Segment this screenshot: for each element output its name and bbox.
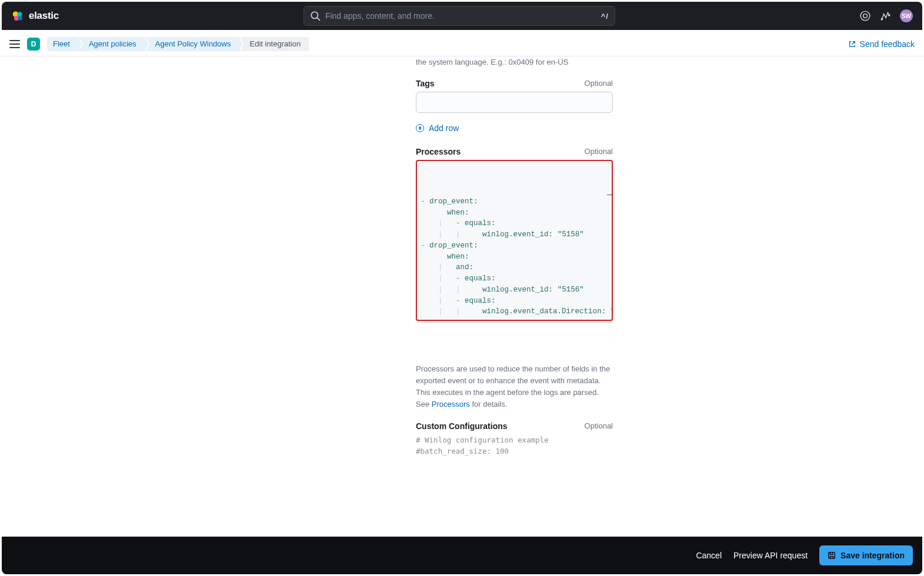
send-feedback-link[interactable]: Send feedback — [848, 39, 915, 49]
breadcrumbs: Fleet Agent policies Agent Policy Window… — [47, 37, 309, 51]
help-icon[interactable] — [860, 11, 870, 21]
tags-field-header: Tags Optional — [416, 79, 613, 88]
processors-optional: Optional — [585, 147, 613, 156]
top-right-actions: SW — [860, 9, 913, 22]
custom-config-label: Custom Configurations — [416, 421, 508, 431]
scroll-indicator: — — [607, 193, 612, 197]
plus-circle-icon — [416, 124, 424, 132]
user-avatar[interactable]: SW — [900, 9, 913, 22]
custom-config-header: Custom Configurations Optional — [416, 421, 613, 431]
tags-optional: Optional — [585, 79, 613, 88]
search-icon — [310, 11, 321, 21]
newsfeed-icon[interactable] — [880, 11, 890, 21]
global-search[interactable]: Find apps, content, and more. ^/ — [303, 6, 615, 26]
bottom-action-bar: Cancel Preview API request Save integrat… — [2, 537, 922, 574]
breadcrumb-fleet[interactable]: Fleet — [47, 37, 78, 51]
breadcrumb-agent-policy-windows[interactable]: Agent Policy Windows — [145, 37, 239, 51]
search-placeholder: Find apps, content, and more. — [325, 11, 596, 21]
tags-input[interactable] — [416, 92, 613, 113]
svg-point-6 — [860, 11, 870, 21]
global-search-wrap: Find apps, content, and more. ^/ — [68, 6, 850, 26]
add-row-button[interactable]: Add row — [416, 123, 459, 133]
save-icon — [828, 551, 836, 560]
save-integration-button[interactable]: Save integration — [819, 545, 913, 565]
custom-config-optional: Optional — [585, 421, 613, 430]
breadcrumb-edit-integration: Edit integration — [239, 37, 309, 51]
brand-logo[interactable]: elastic — [11, 9, 59, 22]
processors-label: Processors — [416, 147, 461, 156]
elastic-logo-icon — [11, 9, 24, 22]
svg-point-1 — [17, 12, 22, 16]
svg-point-8 — [881, 19, 882, 20]
custom-config-editor[interactable]: # Winlog configuration example #batch_re… — [416, 434, 613, 534]
cancel-button[interactable]: Cancel — [696, 551, 722, 560]
svg-point-4 — [311, 12, 318, 18]
sub-header: D Fleet Agent policies Agent Policy Wind… — [0, 32, 924, 56]
processors-help-text: Processors are used to reduce the number… — [416, 363, 613, 411]
nav-toggle-icon[interactable] — [9, 40, 20, 48]
processors-field-header: Processors Optional — [416, 147, 613, 156]
tags-label: Tags — [416, 79, 435, 88]
main-content: the system language. E.g.: 0x0409 for en… — [0, 56, 924, 576]
preview-api-request-button[interactable]: Preview API request — [733, 551, 808, 560]
svg-line-5 — [317, 18, 320, 21]
processors-doc-link[interactable]: Processors — [432, 400, 470, 408]
processors-code-editor[interactable]: — - drop_event: when: | - equals: | | wi… — [416, 160, 613, 322]
svg-point-9 — [889, 15, 890, 16]
top-header: elastic Find apps, content, and more. ^/… — [2, 2, 922, 30]
external-link-icon — [848, 40, 856, 48]
space-selector[interactable]: D — [27, 38, 40, 51]
svg-rect-10 — [829, 552, 835, 559]
svg-point-7 — [863, 14, 868, 18]
svg-point-3 — [18, 16, 22, 21]
language-help-text: the system language. E.g.: 0x0409 for en… — [416, 56, 613, 68]
search-shortcut: ^/ — [601, 12, 609, 21]
brand-name: elastic — [29, 10, 59, 22]
editor-spacer — [416, 322, 613, 357]
breadcrumb-agent-policies[interactable]: Agent policies — [78, 37, 145, 51]
